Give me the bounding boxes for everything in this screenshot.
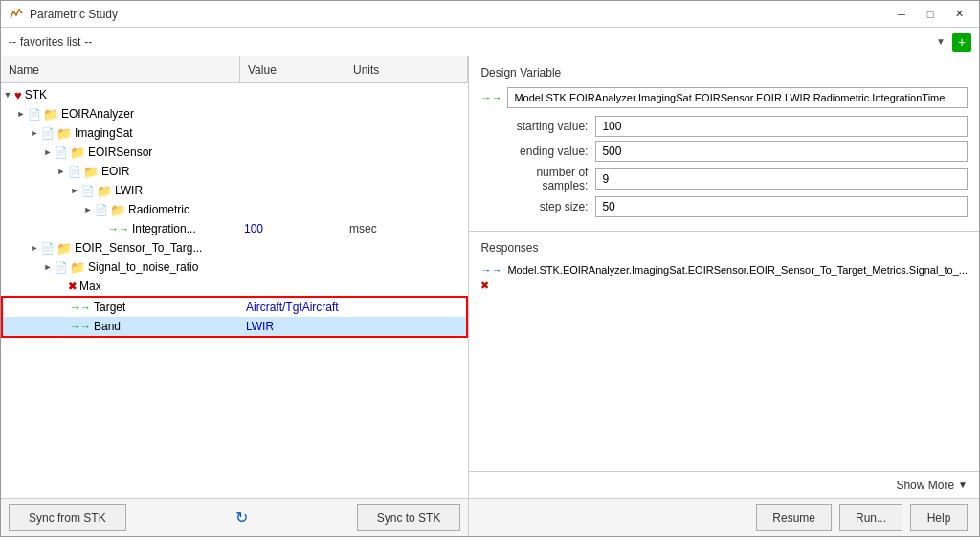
tree-cell-name: ►📄📁EOIRAnalyzer bbox=[1, 107, 240, 122]
favorites-dropdown[interactable]: ▼ bbox=[933, 34, 948, 50]
tree-item[interactable]: ►📄📁Signal_to_noise_ratio bbox=[1, 257, 468, 277]
design-variable-section: Design Variable →→ Model.STK.EOIRAnalyze… bbox=[469, 56, 979, 232]
dv-field-input[interactable] bbox=[595, 168, 968, 190]
tree-item-label: Radiometric bbox=[128, 203, 189, 216]
responses-title: Responses bbox=[480, 241, 968, 255]
folder-icon: 📁 bbox=[70, 145, 85, 160]
subfolder-icon: 📄 bbox=[41, 242, 55, 255]
tree-item[interactable]: →→TargetAircraft/TgtAircraft bbox=[3, 298, 466, 317]
tree-item-label: Target bbox=[94, 301, 125, 314]
tree-item[interactable]: ►📄📁LWIR bbox=[1, 181, 468, 200]
help-button[interactable]: Help bbox=[910, 504, 968, 531]
response-item: →→Model.STK.EOIRAnalyzer.ImagingSat.EOIR… bbox=[480, 262, 968, 278]
folder-icon: 📁 bbox=[56, 241, 72, 256]
subfolder-icon: 📄 bbox=[68, 166, 81, 178]
highlighted-selection-box: →→TargetAircraft/TgtAircraft→→BandLWIR bbox=[1, 296, 468, 338]
sync-to-stk-button[interactable]: Sync to STK bbox=[357, 504, 461, 531]
expand-button[interactable] bbox=[56, 301, 70, 314]
main-content: Name Value Units ▼♥STK►📄📁EOIRAnalyzer►📄📁… bbox=[1, 56, 979, 536]
tree-item[interactable]: ✖Max bbox=[1, 277, 468, 296]
tree-item-label: Integration... bbox=[132, 222, 196, 235]
x-red-icon: ✖ bbox=[68, 280, 77, 292]
tree-cell-name: ✖Max bbox=[1, 280, 240, 293]
tree-item[interactable]: →→BandLWIR bbox=[3, 317, 466, 336]
dv-field-input[interactable] bbox=[595, 141, 968, 162]
folder-icon: 📁 bbox=[70, 260, 85, 275]
subfolder-icon: 📄 bbox=[41, 127, 55, 140]
response-path-label: Model.STK.EOIRAnalyzer.ImagingSat.EOIRSe… bbox=[507, 264, 968, 276]
dv-path-row: →→ Model.STK.EOIRAnalyzer.ImagingSat.EOI… bbox=[480, 87, 968, 108]
dv-field-input[interactable] bbox=[595, 116, 968, 137]
responses-section: Responses →→Model.STK.EOIRAnalyzer.Imagi… bbox=[469, 232, 979, 471]
tree-item[interactable]: →→Integration...100msec bbox=[1, 219, 468, 238]
run-button[interactable]: Run... bbox=[839, 504, 902, 531]
expand-button[interactable]: ► bbox=[55, 165, 68, 178]
resume-button[interactable]: Resume bbox=[756, 504, 832, 531]
maximize-button[interactable]: □ bbox=[918, 6, 943, 23]
toolbar-label: favorites list bbox=[20, 35, 80, 49]
minimize-button[interactable]: ─ bbox=[889, 6, 914, 23]
dv-field-label: starting value: bbox=[490, 120, 595, 133]
tree-cell-value: 100 bbox=[240, 222, 345, 235]
responses-list: →→Model.STK.EOIRAnalyzer.ImagingSat.EOIR… bbox=[480, 262, 968, 461]
expand-button[interactable] bbox=[95, 222, 108, 235]
toolbar-prefix: -- bbox=[9, 35, 16, 49]
expand-button[interactable]: ► bbox=[14, 107, 28, 121]
sync-icon[interactable]: ↻ bbox=[230, 506, 253, 529]
window-title: Parametric Study bbox=[30, 8, 889, 21]
tree-item[interactable]: ►📄📁EOIR bbox=[1, 162, 468, 181]
expand-button[interactable]: ▼ bbox=[1, 88, 14, 101]
tree-item[interactable]: ►📄📁EOIR_Sensor_To_Targ... bbox=[1, 238, 468, 257]
subfolder-icon: 📄 bbox=[81, 185, 95, 197]
tree-cell-name: →→Integration... bbox=[1, 222, 240, 235]
col-header-name: Name bbox=[1, 56, 240, 82]
dv-path-value: Model.STK.EOIRAnalyzer.ImagingSat.EOIRSe… bbox=[507, 87, 968, 108]
tree-cell-name: ►📄📁Signal_to_noise_ratio bbox=[1, 260, 240, 275]
folder-icon: 📁 bbox=[83, 165, 99, 179]
expand-button[interactable] bbox=[55, 280, 68, 293]
tree-item-label: EOIRAnalyzer bbox=[61, 107, 134, 121]
arrow-green-icon: →→ bbox=[70, 321, 91, 332]
folder-icon: 📁 bbox=[56, 126, 72, 141]
col-header-units: Units bbox=[345, 56, 468, 82]
expand-button[interactable]: ► bbox=[28, 241, 41, 255]
expand-button[interactable]: ► bbox=[41, 260, 55, 274]
expand-button[interactable]: ► bbox=[41, 145, 55, 159]
tree-item-label: Max bbox=[79, 280, 101, 293]
sync-from-stk-button[interactable]: Sync from STK bbox=[9, 504, 126, 531]
show-more-label: Show More bbox=[896, 479, 954, 492]
add-favorite-button[interactable]: + bbox=[952, 33, 971, 52]
tree-item[interactable]: ►📄📁EOIRAnalyzer bbox=[1, 104, 468, 123]
expand-button[interactable]: ► bbox=[28, 126, 41, 140]
expand-button[interactable]: ► bbox=[81, 203, 95, 216]
tree-item-label: EOIR bbox=[101, 165, 129, 178]
expand-button[interactable] bbox=[56, 320, 70, 333]
dv-field-row: step size: bbox=[480, 196, 968, 217]
col-header-value: Value bbox=[240, 56, 345, 82]
left-bottom-bar: Sync from STK ↻ Sync to STK bbox=[1, 498, 468, 536]
dv-fields: starting value:ending value:number of sa… bbox=[480, 116, 968, 217]
right-bottom-bar: Resume Run... Help bbox=[469, 498, 979, 536]
tree-item[interactable]: ►📄📁Radiometric bbox=[1, 200, 468, 219]
tree-item[interactable]: ▼♥STK bbox=[1, 85, 468, 104]
right-panel: Design Variable →→ Model.STK.EOIRAnalyze… bbox=[469, 56, 979, 536]
title-bar: Parametric Study ─ □ ✕ bbox=[1, 1, 979, 28]
design-variable-title: Design Variable bbox=[480, 66, 968, 79]
tree-cell-name: ►📄📁EOIR bbox=[1, 165, 240, 179]
left-panel: Name Value Units ▼♥STK►📄📁EOIRAnalyzer►📄📁… bbox=[1, 56, 469, 536]
tree-cell-name: ►📄📁ImagingSat bbox=[1, 126, 240, 141]
expand-button[interactable]: ► bbox=[68, 184, 81, 197]
arrow-green-icon: →→ bbox=[108, 223, 129, 235]
response-arrow-icon: →→ bbox=[480, 264, 501, 276]
subfolder-icon: 📄 bbox=[55, 261, 68, 274]
subfolder-icon: 📄 bbox=[55, 146, 68, 159]
dv-field-input[interactable] bbox=[595, 196, 968, 217]
response-delete-button[interactable]: ✖ bbox=[480, 280, 489, 292]
tree-item[interactable]: ►📄📁ImagingSat bbox=[1, 123, 468, 143]
tree-item[interactable]: ►📄📁EOIRSensor bbox=[1, 143, 468, 162]
dv-field-row: starting value: bbox=[480, 116, 968, 137]
close-button[interactable]: ✕ bbox=[947, 6, 971, 23]
show-more-bar[interactable]: Show More ▼ bbox=[469, 471, 979, 498]
tree-item-label: EOIRSensor bbox=[88, 145, 152, 159]
tree-cell-name: →→Target bbox=[3, 301, 242, 314]
